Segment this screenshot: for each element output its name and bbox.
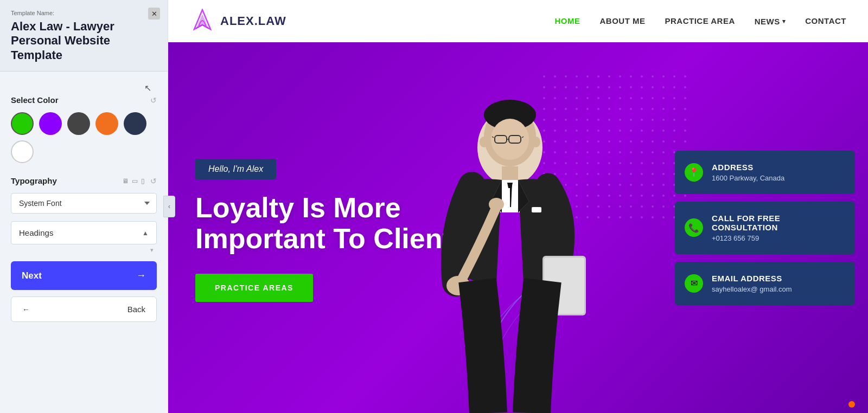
nav-link-contact[interactable]: CONTACT <box>805 16 846 25</box>
select-color-section: Select Color ↺ <box>11 95 157 105</box>
cursor-area: ↖ <box>11 82 157 93</box>
color-swatch-darkblue[interactable] <box>124 112 146 135</box>
nav-link-practice[interactable]: PRACTICE AREA <box>665 16 735 25</box>
hello-badge: Hello, I'm Alex <box>195 159 276 179</box>
headings-label: Headings <box>19 228 53 237</box>
reset-color-icon[interactable]: ↺ <box>150 96 157 105</box>
info-card-phone: 📞 CALL FOR FREE CONSULTATION +0123 656 7… <box>675 202 855 254</box>
typography-label: Typography <box>11 176 57 185</box>
panel-header: Template Name: Alex Law - Lawyer Persona… <box>0 0 168 72</box>
back-arrow-icon: ← <box>22 305 30 314</box>
phone-title: CALL FOR FREE CONSULTATION <box>712 214 844 232</box>
address-title: ADDRESS <box>712 163 844 172</box>
svg-point-14 <box>532 137 540 147</box>
address-icon-wrapper: 📍 <box>685 163 703 182</box>
back-button[interactable]: ← Back <box>11 296 157 322</box>
color-swatches <box>11 112 157 163</box>
color-swatch-purple[interactable] <box>39 112 62 135</box>
phone-icon-wrapper: 📞 <box>685 218 703 237</box>
collapse-panel-button[interactable]: ‹ <box>163 196 175 217</box>
close-button[interactable]: ✕ <box>148 8 160 20</box>
color-swatch-orange[interactable] <box>95 112 118 135</box>
headings-collapsed-indicator: ▾ <box>11 247 157 254</box>
back-label: Back <box>127 305 145 314</box>
next-button[interactable]: Next → <box>11 261 157 290</box>
reset-typography-icon[interactable]: ↺ <box>150 177 157 185</box>
template-name-label: Template Name: <box>11 10 157 16</box>
nav-link-about[interactable]: ABOUT ME <box>599 16 645 25</box>
nav-link-home[interactable]: HOME <box>554 16 580 25</box>
template-name-value: Alex Law - Lawyer Personal Website Templ… <box>11 20 157 62</box>
website-preview: ALEX.LAW HOME ABOUT ME PRACTICE AREA NEW… <box>168 0 868 413</box>
left-panel: Template Name: Alex Law - Lawyer Persona… <box>0 0 168 413</box>
info-card-email: ✉ EMAIL ADDRESS sayhelloalex@ gmail.com <box>675 262 855 305</box>
svg-point-7 <box>491 119 529 160</box>
practice-areas-button[interactable]: PRACTICE AREAS <box>195 274 313 302</box>
email-icon: ✉ <box>685 274 703 293</box>
navbar: ALEX.LAW HOME ABOUT ME PRACTICE AREA NEW… <box>168 0 868 42</box>
typography-section: Typography 🖥 ▭ ▯ ↺ <box>11 176 157 185</box>
color-swatch-white[interactable] <box>11 140 34 163</box>
next-arrow-icon: → <box>136 270 146 281</box>
phone-icon: 📞 <box>685 218 703 237</box>
info-cards: 📍 ADDRESS 1600 Parkway, Canada 📞 CALL FO… <box>662 42 868 413</box>
font-select[interactable]: System Font <box>11 193 157 214</box>
svg-point-22 <box>489 198 504 211</box>
hero-section: Hello, I'm Alex Loyalty Is More Importan… <box>168 42 868 413</box>
email-icon-wrapper: ✉ <box>685 274 703 293</box>
color-swatch-dark[interactable] <box>67 112 90 135</box>
hero-person-image <box>396 42 624 413</box>
address-value: 1600 Parkway, Canada <box>712 174 844 182</box>
panel-body: ↖ Select Color ↺ Typography 🖥 ▭ ▯ ↺ <box>0 72 168 413</box>
news-dropdown-icon: ▾ <box>782 18 786 25</box>
logo-text: ALEX.LAW <box>220 14 286 28</box>
color-swatch-green[interactable] <box>11 112 34 135</box>
headings-sub-chevron: ▾ <box>150 247 154 254</box>
nav-links: HOME ABOUT ME PRACTICE AREA NEWS ▾ CONTA… <box>554 16 846 26</box>
email-value: sayhelloalex@ gmail.com <box>712 285 844 293</box>
info-card-address: 📍 ADDRESS 1600 Parkway, Canada <box>675 151 855 194</box>
cursor-icon: ↖ <box>144 83 151 93</box>
mobile-icon[interactable]: ▯ <box>141 177 145 185</box>
tablet-icon[interactable]: ▭ <box>132 177 138 185</box>
monitor-icon[interactable]: 🖥 <box>122 177 129 185</box>
svg-rect-19 <box>532 207 541 212</box>
headings-chevron-icon: ▲ <box>142 229 149 237</box>
typography-icons: 🖥 ▭ ▯ ↺ <box>122 177 157 185</box>
svg-point-13 <box>480 137 488 147</box>
select-color-label: Select Color <box>11 95 59 105</box>
logo-area: ALEX.LAW <box>190 9 286 34</box>
person-svg <box>401 77 618 413</box>
next-label: Next <box>22 270 42 281</box>
email-title: EMAIL ADDRESS <box>712 274 844 283</box>
nav-link-news[interactable]: NEWS ▾ <box>755 17 786 26</box>
logo-icon <box>190 9 215 34</box>
headings-row[interactable]: Headings ▲ <box>11 221 157 244</box>
phone-value: +0123 656 759 <box>712 234 844 242</box>
location-icon: 📍 <box>685 163 703 182</box>
